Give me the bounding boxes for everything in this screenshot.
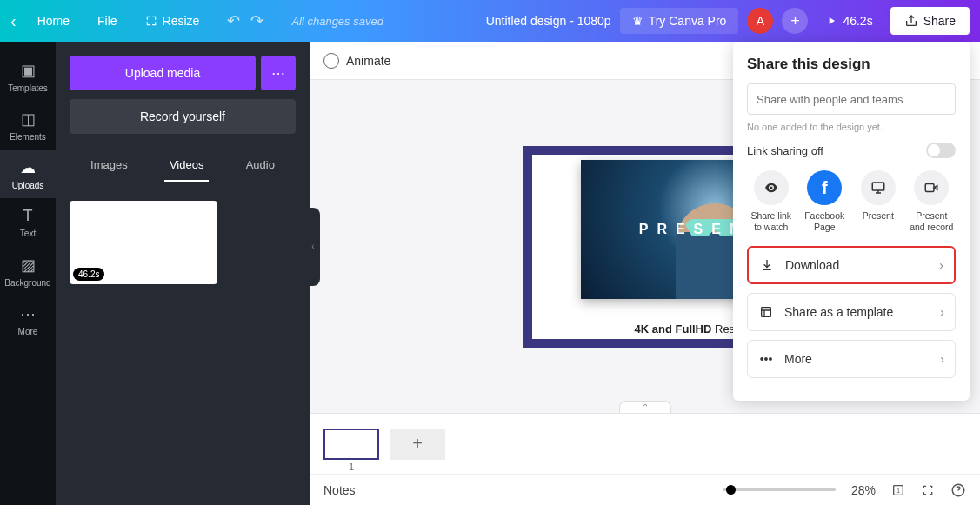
help-icon[interactable] (950, 482, 966, 498)
redo-icon[interactable]: ↷ (250, 11, 263, 30)
rail-more[interactable]: ⋯More (0, 296, 56, 344)
share-label: Share (923, 14, 956, 28)
share-opt-watch[interactable]: Share link to watch (747, 170, 796, 232)
rail-uploads-label: Uploads (12, 181, 44, 190)
animate-button[interactable]: Animate (323, 53, 390, 69)
share-popover: Share this design No one added to the de… (733, 42, 970, 401)
dots-icon: ••• (758, 352, 774, 366)
top-left-group: ‹ Home File Resize ↶ ↷ All changes saved (10, 9, 383, 33)
rail-elements-label: Elements (10, 132, 46, 142)
tab-audio[interactable]: Audio (241, 150, 280, 182)
chevron-right-icon: › (940, 352, 944, 366)
share-people-input[interactable] (747, 83, 956, 115)
rail-elements[interactable]: ◫Elements (0, 101, 56, 150)
animate-label: Animate (346, 54, 390, 68)
play-preview-button[interactable]: 46.2s (817, 9, 881, 33)
share-opt-facebook[interactable]: f Facebook Page (801, 170, 850, 232)
share-hint: No one added to the design yet. (747, 122, 956, 132)
rail-text[interactable]: TText (0, 198, 56, 247)
plus-icon: + (412, 434, 423, 454)
record-icon (923, 180, 939, 196)
link-sharing-label: Link sharing off (747, 144, 823, 157)
tab-videos[interactable]: Videos (164, 150, 210, 182)
saved-status: All changes saved (291, 15, 383, 28)
svg-rect-5 (762, 308, 771, 317)
share-template-label: Share as a template (784, 305, 893, 319)
thumbnail-duration: 46.2s (73, 268, 104, 281)
animate-icon (323, 53, 339, 69)
svg-rect-4 (926, 184, 935, 192)
elements-icon: ◫ (21, 110, 36, 129)
side-panel: Upload media ⋯ Record yourself Images Vi… (56, 42, 310, 505)
share-button[interactable]: Share (890, 7, 970, 35)
file-button[interactable]: File (90, 9, 124, 33)
eye-icon (763, 180, 779, 196)
file-label: File (97, 14, 117, 28)
background-icon: ▨ (21, 256, 36, 275)
avatar-letter: A (757, 14, 764, 28)
download-row[interactable]: Download › (747, 246, 956, 284)
share-template-row[interactable]: Share as a template › (747, 293, 956, 331)
chevron-right-icon: › (939, 258, 943, 272)
status-bar: Notes 28% 1 (310, 474, 980, 505)
share-opt-fb-label: Facebook Page (801, 210, 850, 232)
share-opt-record[interactable]: Present and record (908, 170, 957, 232)
svg-rect-3 (872, 183, 884, 190)
link-sharing-toggle[interactable] (926, 143, 956, 158)
share-popover-title: Share this design (747, 56, 956, 73)
status-right: 28% 1 (723, 482, 966, 498)
plus-icon: + (790, 12, 800, 30)
grid-view-icon[interactable]: 1 (891, 483, 905, 497)
share-opt-record-label: Present and record (908, 210, 957, 232)
panel-collapse-handle[interactable]: ‹ (310, 208, 320, 286)
rail-background[interactable]: ▨Background (0, 247, 56, 296)
resize-label: Resize (163, 14, 200, 28)
text-icon: T (23, 207, 33, 225)
undo-icon[interactable]: ↶ (227, 11, 240, 30)
share-icon (904, 14, 918, 28)
upload-media-button[interactable]: Upload media (70, 56, 256, 90)
fullscreen-icon[interactable] (921, 483, 935, 497)
timeline-expand-handle[interactable]: ⌃ (619, 401, 671, 413)
share-opt-present[interactable]: Present (854, 170, 903, 232)
home-button[interactable]: Home (30, 9, 77, 33)
try-pro-label: Try Canva Pro (649, 14, 727, 28)
add-page-button[interactable]: + (390, 429, 445, 460)
try-pro-button[interactable]: ♛ Try Canva Pro (620, 8, 739, 34)
upload-more-button[interactable]: ⋯ (261, 56, 296, 90)
rail-uploads[interactable]: ☁Uploads (0, 150, 56, 198)
rail-templates[interactable]: ▣Templates (0, 52, 56, 101)
zoom-slider[interactable] (723, 488, 836, 491)
templates-icon: ▣ (21, 61, 36, 80)
notes-button[interactable]: Notes (323, 483, 356, 497)
zoom-handle[interactable] (726, 485, 736, 495)
more-icon: ⋯ (20, 304, 36, 323)
play-icon (825, 15, 837, 27)
record-yourself-button[interactable]: Record yourself (70, 99, 296, 134)
rail-text-label: Text (20, 229, 36, 238)
zoom-value[interactable]: 28% (851, 483, 876, 497)
resize-button[interactable]: Resize (138, 9, 207, 33)
video-thumbnail[interactable]: 46.2s (70, 201, 217, 284)
rail-background-label: Background (4, 278, 50, 288)
home-label: Home (37, 14, 70, 28)
tab-images[interactable]: Images (85, 150, 133, 182)
page-strip: + (310, 413, 980, 474)
record-label: Record yourself (140, 110, 225, 123)
present-icon (870, 180, 886, 196)
share-opt-watch-label: Share link to watch (747, 210, 796, 232)
back-icon[interactable]: ‹ (10, 11, 17, 31)
page-thumbnail-1[interactable] (323, 429, 379, 460)
dots-icon: ⋯ (271, 65, 285, 82)
facebook-icon: f (822, 177, 828, 198)
document-title[interactable]: Untitled design - 1080p (486, 14, 611, 28)
avatar[interactable]: A (747, 8, 773, 34)
add-user-button[interactable]: + (782, 8, 808, 34)
top-bar: ‹ Home File Resize ↶ ↷ All changes saved… (0, 0, 980, 42)
rail-more-label: More (18, 327, 38, 336)
crown-icon: ♛ (632, 14, 643, 28)
download-icon (759, 258, 775, 272)
upload-label: Upload media (125, 66, 200, 80)
undo-redo-group: ↶ ↷ (227, 11, 263, 30)
share-more-row[interactable]: ••• More › (747, 340, 956, 378)
